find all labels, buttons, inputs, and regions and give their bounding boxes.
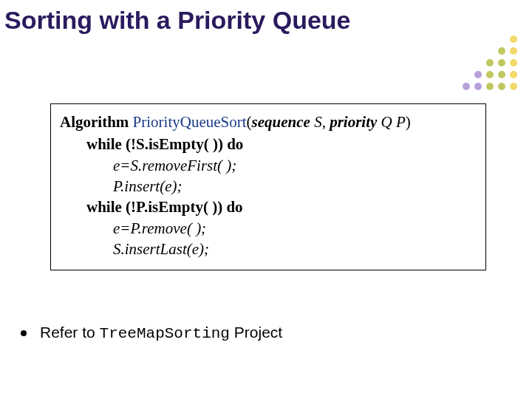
param-arg-1: S [310, 113, 322, 131]
paren-close: ) [406, 113, 411, 131]
algorithm-name: PriorityQueueSort [133, 113, 247, 131]
page-title: Sorting with a Priority Queue [0, 0, 532, 35]
paren-open: ( [247, 113, 252, 131]
algorithm-heading: Algorithm PriorityQueueSort(sequence S, … [60, 112, 477, 132]
algorithm-box: Algorithm PriorityQueueSort(sequence S, … [50, 103, 486, 270]
param-arg-2: Q P [377, 113, 406, 131]
bullet-code: TreeMapSorting [100, 325, 230, 342]
algo-line: S.insertLast(e); [60, 239, 477, 259]
algo-line: P.insert(e); [60, 176, 477, 197]
algo-line: e=S.removeFirst( ); [60, 155, 477, 176]
algorithm-label: Algorithm [60, 113, 129, 131]
bullet-item: Refer to TreeMapSorting Project [21, 324, 282, 342]
bullet-suffix: Project [230, 324, 282, 341]
algo-line: e=P.remove( ); [60, 218, 477, 239]
param-type-1: sequence [252, 113, 310, 131]
bullet-text: Refer to TreeMapSorting Project [40, 324, 282, 342]
algo-line: while (!S.isEmpty( )) do [60, 134, 477, 154]
decorative-dot-grid [463, 35, 519, 92]
bullet-prefix: Refer to [40, 324, 100, 341]
param-comma: , [322, 113, 330, 131]
bullet-icon [21, 330, 27, 336]
param-type-2: priority [330, 113, 377, 131]
algo-line: while (!P.isEmpty( )) do [60, 197, 477, 217]
